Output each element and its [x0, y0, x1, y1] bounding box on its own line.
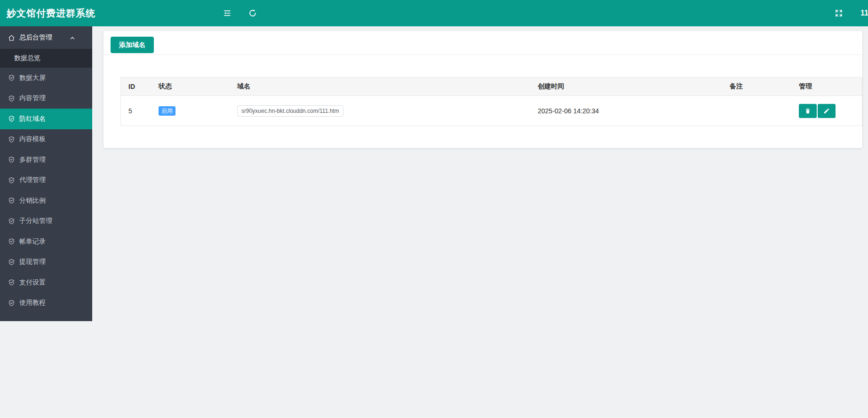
sidebar-item-支付设置[interactable]: 支付设置	[0, 272, 92, 293]
cell-id: 5	[121, 96, 151, 126]
column-header-status: 状态	[151, 78, 230, 95]
content-card: 添加域名 ID 状态 域名 创建时间 备注 管理 5 启用 sr90yxuec.…	[104, 31, 862, 148]
cell-manage	[791, 96, 862, 126]
domain-url-field[interactable]: sr90yxuec.hn-bkt.clouddn.com/111.htm	[237, 105, 343, 117]
trash-icon	[804, 108, 811, 114]
sidebar-item-内容管理[interactable]: 内容管理	[0, 88, 92, 109]
sidebar-item-label: 多群管理	[19, 156, 46, 164]
top-header-bar: 妙文馆付费进群系统	[0, 0, 868, 26]
refresh-icon	[248, 9, 257, 17]
cell-created: 2025-02-06 14:20:34	[530, 96, 722, 126]
pencil-icon	[823, 108, 830, 114]
home-icon	[8, 34, 15, 41]
sidebar-item-label: 分销比例	[19, 197, 46, 205]
table-row: 5 启用 sr90yxuec.hn-bkt.clouddn.com/111.ht…	[121, 96, 862, 126]
sidebar-item-label: 提现管理	[19, 258, 46, 266]
shield-check-icon	[8, 115, 15, 122]
fold-menu-icon	[223, 9, 231, 17]
cell-status: 启用	[151, 96, 230, 126]
header-clock-text: 11	[860, 0, 868, 26]
sidebar-item-data-overview[interactable]: 数据总览	[0, 49, 92, 68]
shield-check-icon	[8, 177, 15, 184]
edit-domain-button[interactable]	[818, 104, 836, 118]
status-badge: 启用	[159, 106, 175, 116]
shield-check-icon	[8, 259, 15, 266]
shield-check-icon	[8, 197, 15, 204]
table-header-row: ID 状态 域名 创建时间 备注 管理	[121, 78, 862, 96]
sidebar-item-label: 内容管理	[19, 94, 46, 103]
chevron-up-icon	[70, 35, 75, 40]
fullscreen-icon	[835, 9, 843, 17]
sidebar-item-使用教程[interactable]: 使用教程	[0, 293, 92, 314]
shield-check-icon	[8, 279, 15, 286]
sidebar-item-帐单记录[interactable]: 帐单记录	[0, 231, 92, 252]
sidebar-item-内容模板[interactable]: 内容模板	[0, 129, 92, 150]
card-toolbar: 添加域名	[104, 31, 862, 55]
sidebar-item-label: 子分站管理	[19, 217, 52, 225]
sidebar-item-防红域名[interactable]: 防红域名	[0, 109, 92, 129]
shield-check-icon	[8, 218, 15, 225]
sidebar-item-数据大屏[interactable]: 数据大屏	[0, 68, 92, 88]
sidebar-nav: 总后台管理 数据总览 数据大屏 内容管理 防红域名 内容模板 多群管理 代理管理…	[0, 26, 92, 321]
shield-check-icon	[8, 156, 15, 163]
sidebar-item-多群管理[interactable]: 多群管理	[0, 150, 92, 170]
shield-check-icon	[8, 74, 15, 81]
shield-check-icon	[8, 136, 15, 143]
column-header-remark: 备注	[722, 78, 791, 95]
sidebar-item-分销比例[interactable]: 分销比例	[0, 190, 92, 211]
sidebar-item-label: 代理管理	[19, 176, 46, 184]
sidebar-item-代理管理[interactable]: 代理管理	[0, 170, 92, 191]
refresh-button[interactable]	[248, 9, 257, 17]
column-header-created: 创建时间	[530, 78, 722, 95]
cell-remark	[722, 96, 791, 126]
sidebar-item-label: 防红域名	[19, 115, 46, 123]
sidebar-item-admin-root[interactable]: 总后台管理	[0, 26, 92, 49]
sidebar-item-label: 总后台管理	[19, 33, 52, 42]
column-header-id: ID	[121, 78, 151, 95]
fold-sidebar-button[interactable]	[223, 9, 231, 17]
domains-table: ID 状态 域名 创建时间 备注 管理 5 启用 sr90yxuec.hn-bk…	[120, 77, 862, 126]
sidebar-item-label: 内容模板	[19, 135, 46, 143]
column-header-manage: 管理	[791, 78, 862, 95]
delete-domain-button[interactable]	[799, 104, 817, 118]
add-domain-button[interactable]: 添加域名	[111, 37, 154, 53]
sidebar-item-提现管理[interactable]: 提现管理	[0, 252, 92, 273]
sidebar-item-子分站管理[interactable]: 子分站管理	[0, 211, 92, 232]
cell-domain: sr90yxuec.hn-bkt.clouddn.com/111.htm	[230, 96, 530, 126]
shield-check-icon	[8, 238, 15, 245]
app-title: 妙文馆付费进群系统	[7, 0, 96, 26]
sidebar-item-label: 数据总览	[14, 54, 40, 63]
sidebar-item-label: 数据大屏	[19, 74, 46, 82]
fullscreen-button[interactable]	[835, 9, 843, 17]
app-root: 妙文馆付费进群系统	[0, 0, 868, 418]
sidebar-item-label: 帐单记录	[19, 237, 46, 246]
sidebar-item-label: 使用教程	[19, 299, 46, 307]
sidebar-item-label: 支付设置	[19, 278, 46, 287]
column-header-domain: 域名	[230, 78, 530, 95]
shield-check-icon	[8, 300, 15, 307]
shield-check-icon	[8, 95, 15, 102]
